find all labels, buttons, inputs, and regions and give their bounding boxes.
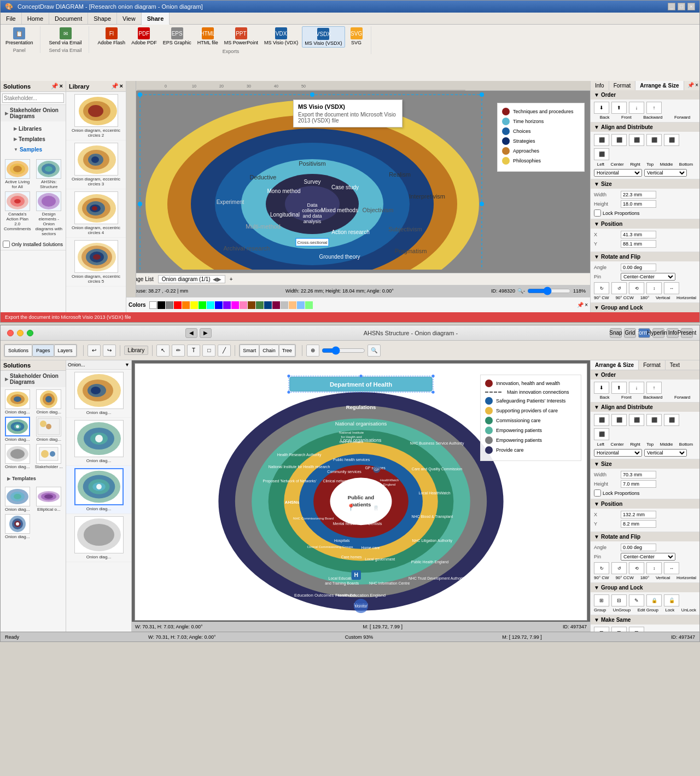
align-horizontal-select[interactable]: Horizontal [594,169,642,177]
align-header[interactable]: ▼Align and Distribute [591,122,699,132]
lib-item-eccentric3[interactable]: Onion diagram, eccentric circles 3 [66,141,126,189]
bottom-flip-h-btn[interactable]: ↔ [664,562,679,574]
bottom-align-bottom-btn[interactable]: ⬛ [594,428,609,440]
svg-btn[interactable]: SVG SVG [347,26,366,48]
order-front-btn[interactable]: ⬆ [611,102,627,114]
bottom-rotate-180-btn[interactable]: ⟲ [629,562,644,574]
right-pin-btn[interactable]: 📌 [687,82,694,89]
sample-active-living[interactable]: Active Living for All [3,159,32,189]
bottom-canvas[interactable]: Public and patients Department of Health… [132,360,590,632]
height-input[interactable] [621,200,656,208]
right-close-btn[interactable]: × [695,82,698,89]
bottom-align-center-btn[interactable]: ⬛ [611,414,627,426]
bottom-group-header[interactable]: ▼Group and Lock [591,583,699,592]
bottom-thumb-stakeholder1[interactable]: Stakeholder ... [34,444,64,469]
maximize-btn[interactable]: □ [678,3,685,10]
bottom-align-right-btn[interactable]: ⬛ [629,414,644,426]
bottom-order-header[interactable]: ▼Order [591,370,699,380]
tab-layers[interactable]: Layers [54,345,77,357]
color-orange[interactable] [182,301,190,309]
bottom-make-height-btn[interactable]: ⊡ [629,627,644,632]
zoom-out-btn[interactable]: 🔍- [517,288,525,294]
page-control[interactable]: Onion diagram (1/1) ◀▶ [158,275,225,283]
tab-document[interactable]: Document [49,13,88,24]
lib-item-eccentric4[interactable]: Onion diagram, eccentric circles 4 [66,189,126,238]
bottom-tab-text[interactable]: Text [666,360,684,370]
bottom-width-input[interactable] [621,471,656,479]
tab-solutions[interactable]: Solutions [4,345,32,357]
bottom-thumb-1[interactable]: Onion diag... [3,389,32,415]
lib-item-eccentric2[interactable]: Onion diagram, eccentric circles 2 [66,92,126,141]
flip-vertical-btn[interactable]: ↕ [646,282,662,294]
mac-back-btn[interactable]: ◀ [185,328,197,338]
colors-pin-btn[interactable]: 📌 [577,302,584,308]
lock-proportions-checkbox[interactable] [594,209,601,217]
color-white[interactable] [149,301,157,309]
angle-input[interactable] [621,264,656,271]
toolbar-redo[interactable]: ↪ [103,345,116,357]
mac-max-btn[interactable] [27,330,33,336]
bottom-lock-proportions[interactable] [594,489,601,497]
adobe-flash-btn[interactable]: Fl Adobe Flash [96,26,128,48]
color-pink[interactable] [240,301,247,309]
mac-close-btn[interactable] [7,330,14,336]
x-input[interactable] [621,231,656,238]
bottom-align-h-select[interactable]: Horizontal [594,449,642,457]
bottom-lib-1[interactable]: Onion diag... [66,370,131,418]
bottom-lib-3[interactable]: Onion diag... [66,466,131,514]
bottom-template-1[interactable]: Onion diag... [3,487,32,512]
bottom-make-same-header[interactable]: ▼Make Same [591,615,699,625]
mac-info-btn[interactable]: Info [667,328,679,338]
align-vertical-select[interactable]: Vertical [644,169,687,177]
bottom-align-left-btn[interactable]: ⬛ [594,414,609,426]
bottom-position-header[interactable]: ▼Position [591,499,699,509]
bottom-thumb-3[interactable]: Onion diag... [3,417,32,442]
zoom-fit[interactable]: ⊕ [306,345,319,357]
zoom-out2[interactable]: 🔍 [368,345,381,357]
chain-mode[interactable]: Chain [259,345,279,357]
tab-info[interactable]: Info [591,81,609,90]
bottom-size-header[interactable]: ▼Size [591,459,699,469]
bottom-align-top-btn[interactable]: ⬛ [646,414,662,426]
solutions-samples-section[interactable]: ▼Samples [9,144,61,155]
bottom-templates-section[interactable]: ▶Templates [3,474,63,483]
sample-design-elements[interactable]: Design elements - Onion diagrams with se… [34,191,64,236]
presentation-btn[interactable]: 📋 Presentation [3,26,36,46]
bottom-thumb-5[interactable]: Onion diag... [3,444,32,469]
tab-file[interactable]: File [1,13,22,24]
library-close-btn[interactable]: × [120,83,123,90]
align-right-btn[interactable]: ⬛ [629,134,644,146]
color-cyan[interactable] [207,301,214,309]
shape-tool[interactable]: □ [202,345,215,357]
bottom-x-input[interactable] [621,511,656,518]
visio-vdx-btn[interactable]: VDX MS Visio (VDX) [262,26,300,48]
color-blue[interactable] [215,301,223,309]
solutions-templates-section[interactable]: ▶Templates [9,134,61,144]
order-header[interactable]: ▼Order [591,90,699,100]
flip-horizontal-btn[interactable]: ↔ [664,282,679,294]
bottom-lib-4[interactable]: Onion diag... [66,514,131,562]
bottom-lock-btn[interactable]: 🔒 [646,594,662,606]
mac-present-btn[interactable]: Present [681,328,693,338]
add-page-btn[interactable]: + [230,276,233,282]
order-backward-btn[interactable]: ↓ [629,102,644,114]
color-red[interactable] [174,301,182,309]
bottom-template-3[interactable]: Onion diag... [3,514,32,539]
color-silver[interactable] [281,301,288,309]
close-btn[interactable]: × [687,3,695,10]
solutions-search-input[interactable] [2,94,64,103]
bottom-template-elliptical[interactable]: Elliptical o... [34,487,64,512]
bottom-pin-select[interactable]: Center-Center [621,553,675,561]
color-purple[interactable] [223,301,231,309]
visio-vsdx-btn[interactable]: VSDX MS Visio (VSDX) [302,26,345,48]
pen-tool[interactable]: ✏ [172,345,185,357]
tab-arrange-size[interactable]: Arrange & Size [635,81,684,90]
tree-mode[interactable]: Tree [279,345,295,357]
bottom-rotate-ccw-btn[interactable]: ↺ [611,562,627,574]
mac-hyperlink-btn[interactable]: Hyperlink [652,328,664,338]
position-header[interactable]: ▼Position [591,219,699,229]
bottom-tab-format[interactable]: Format [639,360,666,370]
rotate-180-btn[interactable]: ⟲ [629,282,644,294]
bottom-align-middle-btn[interactable]: ⬛ [664,414,679,426]
bottom-rotate-cw-btn[interactable]: ↻ [594,562,609,574]
